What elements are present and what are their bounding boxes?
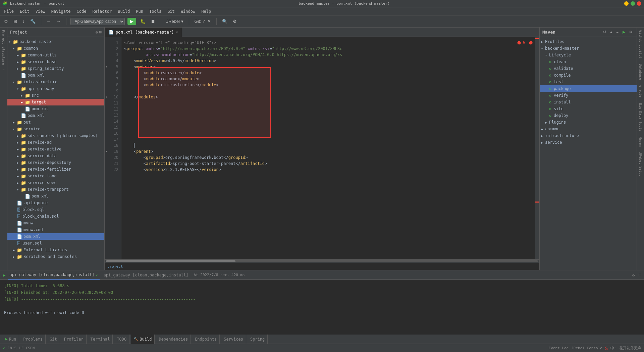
stop-button[interactable]: ⏹	[150, 18, 157, 25]
big-data-tools-icon[interactable]: Big Data Tools	[639, 100, 642, 134]
menu-tools[interactable]: Tools	[147, 8, 164, 14]
toolbar-btn-4[interactable]: 🔧	[29, 18, 37, 25]
maven-infrastructure[interactable]: ▶ infrastructure	[540, 132, 637, 139]
maven-compile[interactable]: ⚙ compile	[540, 72, 637, 79]
chinese-input-status[interactable]: 中·	[610, 346, 616, 351]
fold-marker-5[interactable]: ▾	[105, 64, 107, 70]
code-content[interactable]: <?xml version="1.0" encoding="UTF-8"?> ⬤…	[121, 37, 539, 259]
run-button[interactable]: ▶	[127, 18, 136, 25]
tree-spring-security[interactable]: ▶ 📁 spring_security	[7, 65, 104, 72]
tree-target[interactable]: ▶ 📁 target	[7, 99, 104, 105]
menu-run[interactable]: Run	[133, 8, 146, 14]
tree-root[interactable]: ▾ 📁 backend-master	[7, 38, 104, 45]
tree-pom-infra[interactable]: ▶ 📄 pom.xml	[7, 112, 104, 119]
maven-service[interactable]: ▶ service	[540, 139, 637, 146]
event-log-status[interactable]: Event Log	[549, 346, 569, 350]
tab-endpoints[interactable]: Endpoints	[192, 335, 220, 344]
tree-gitignore[interactable]: ▶ 📄 .gitignore	[7, 200, 104, 206]
toolbar-btn-1[interactable]: ⚙	[3, 18, 9, 25]
maven-profiles[interactable]: ▶ Profiles	[540, 38, 637, 45]
scrollbar-thumb[interactable]	[106, 260, 235, 262]
bookmarks-icon[interactable]: ☆	[2, 67, 5, 72]
tree-mvnw[interactable]: ▶ 📄 mvnw	[7, 220, 104, 226]
project-tool-icon[interactable]: Project	[2, 29, 5, 45]
menu-git[interactable]: Git	[165, 8, 177, 14]
tab-problems[interactable]: Problems	[20, 335, 46, 344]
tree-out[interactable]: ▶ 📁 out	[7, 119, 104, 126]
maven-verify[interactable]: ⚙ verify	[540, 92, 637, 99]
jrebel-btn[interactable]: JRebel ▾	[165, 18, 185, 25]
tree-block-sql[interactable]: ▶ 🗄 block.sql	[7, 206, 104, 213]
tab-close-pom[interactable]: ✕	[176, 30, 178, 34]
gradle-icon[interactable]: Gradle	[639, 83, 642, 100]
search-btn[interactable]: 🔍	[221, 18, 229, 25]
maven-site[interactable]: ⚙ site	[540, 105, 637, 112]
menu-build[interactable]: Build	[115, 8, 132, 14]
tree-pom-service[interactable]: ▶ 📄 pom.xml	[7, 193, 104, 200]
tab-profiler[interactable]: Profiler	[61, 335, 87, 344]
maven-refresh-btn[interactable]: ↺	[602, 29, 607, 35]
structure-tool-icon[interactable]: Structure	[2, 46, 5, 66]
menu-file[interactable]: File	[1, 8, 16, 14]
forward-button[interactable]: →	[55, 18, 62, 25]
tree-api-gateway[interactable]: ▾ 📁 api_gateway	[7, 85, 104, 92]
tree-service-seed[interactable]: ▶ 📁 service-seed	[7, 179, 104, 186]
maven-lifecycle-header[interactable]: ▾ Lifecycle	[540, 52, 637, 58]
tree-service-fertilizer[interactable]: ▶ 📁 service-fertilizer	[7, 166, 104, 173]
maximize-button[interactable]	[631, 1, 635, 6]
tree-pom-gateway[interactable]: ▶ 📄 pom.xml	[7, 105, 104, 112]
tree-user-sql[interactable]: ▶ 🗄 user.sql	[7, 240, 104, 247]
tree-block-chain-sql[interactable]: ▶ 🗄 block_chain.sql	[7, 213, 104, 220]
sidebar-collapse[interactable]: ⊟	[99, 30, 102, 35]
toolbar-btn-3[interactable]: ↕	[21, 18, 26, 25]
maven-settings-btn[interactable]: ⚙	[628, 29, 634, 35]
editor-tab-pom[interactable]: 📄 pom.xml (backend-master) ✕	[105, 28, 182, 37]
git-status[interactable]: ✓	[3, 346, 5, 350]
tree-mvnw-cmd[interactable]: ▶ 📄 mvnw.cmd	[7, 226, 104, 233]
tree-service-base[interactable]: ▶ 📁 service-base	[7, 58, 104, 65]
debug-button[interactable]: 🐛	[139, 18, 147, 25]
tab-terminal[interactable]: Terminal	[88, 335, 113, 344]
window-controls[interactable]	[624, 1, 641, 6]
maven-test[interactable]: ⚙ test	[540, 79, 637, 85]
tree-infrastructure[interactable]: ▾ 📁 infrastructure	[7, 79, 104, 85]
maven-clean[interactable]: ⚙ clean	[540, 58, 637, 65]
tree-service-land[interactable]: ▶ 📁 service-land	[7, 173, 104, 179]
tree-service-transport[interactable]: ▾ 📁 service-transport	[7, 186, 104, 193]
csdn-icon[interactable]: S	[605, 346, 608, 351]
sidebar-gear[interactable]: ⚙	[96, 30, 98, 35]
maven-remove-btn[interactable]: −	[615, 29, 620, 35]
tab-todo[interactable]: TODO	[114, 335, 129, 344]
tab-run[interactable]: ▶ Run	[3, 335, 19, 344]
back-button[interactable]: ←	[45, 18, 52, 25]
run-config-dropdown[interactable]: ApiGatewayApplication	[70, 18, 125, 25]
tab-services[interactable]: Services	[221, 335, 246, 344]
run-gear-icon[interactable]: ⚙	[632, 273, 635, 277]
maven-backend-master[interactable]: ▾ backend-master	[540, 45, 637, 52]
menu-refactor[interactable]: Refactor	[90, 8, 114, 14]
run-expand-icon[interactable]: ⊞	[639, 272, 641, 277]
tree-pom-common[interactable]: ▶ 📄 pom.xml	[7, 72, 104, 79]
horizontal-scrollbar[interactable]	[105, 259, 539, 263]
run-tab-1[interactable]: api_gateway [clean,package,install] ✓	[8, 270, 99, 280]
tree-sdk-samples[interactable]: ▶ 📁 sdk-samples [jdchain-samples]	[7, 132, 104, 139]
tree-src[interactable]: ▶ 📁 src	[7, 92, 104, 99]
tree-service-data[interactable]: ▶ 📁 service-data	[7, 152, 104, 159]
tab-spring[interactable]: Spring	[248, 335, 268, 344]
github-copilot-icon[interactable]: GitHub Copilot	[639, 28, 642, 61]
menu-code[interactable]: Code	[74, 8, 89, 14]
tree-service-ad[interactable]: ▶ 📁 service-ad	[7, 139, 104, 146]
tree-service-depository[interactable]: ▶ 📁 service-depository	[7, 159, 104, 166]
encoding-status[interactable]: LF CSDN	[19, 346, 35, 350]
database-icon[interactable]: Database	[639, 61, 642, 83]
tree-service[interactable]: ▾ 📁 service	[7, 126, 104, 132]
line-col-status[interactable]: 18:5	[8, 346, 17, 350]
git-branch-status[interactable]: 花开花落无声	[619, 346, 641, 351]
settings-btn[interactable]: ⚙	[231, 18, 238, 25]
fold-marker-19[interactable]: ▾	[105, 148, 107, 155]
fold-marker-10[interactable]: ▾	[105, 94, 107, 100]
maven-add-btn[interactable]: +	[609, 29, 613, 35]
breadcrumb-project[interactable]: project	[107, 264, 123, 269]
tab-dependencies[interactable]: Dependencies	[156, 335, 191, 344]
menu-edit[interactable]: Edit	[17, 8, 32, 14]
